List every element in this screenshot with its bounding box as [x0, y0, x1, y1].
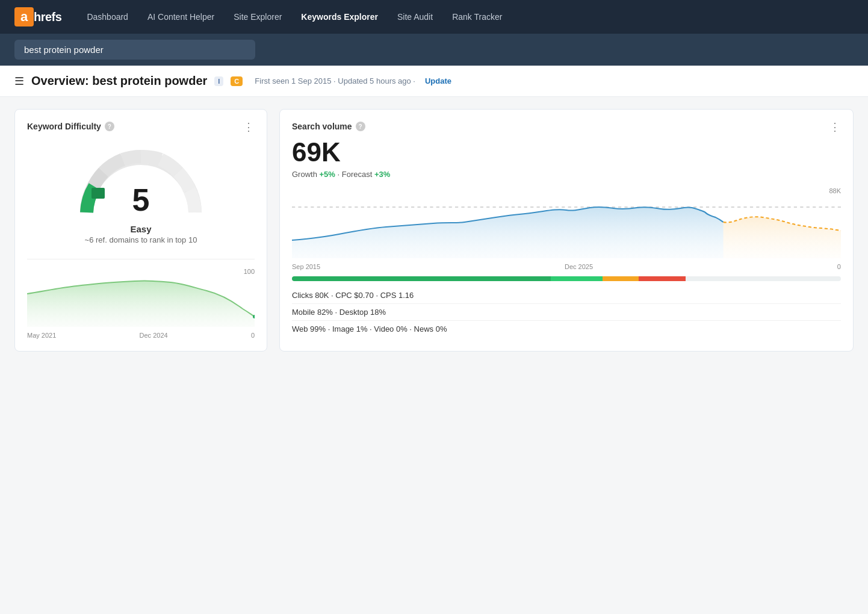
keyword-difficulty-card: Keyword Difficulty ? ⋮ [14, 109, 267, 352]
search-bar [0, 34, 868, 66]
sv-help-icon[interactable]: ? [356, 122, 365, 131]
stats-row: Clicks 80K · CPC $0.70 · CPS 1.16 [292, 287, 841, 303]
kd-gauge-container: 5 Easy ~6 ref. domains to rank in top 10 [27, 137, 255, 254]
page-title: Overview: best protein powder [31, 74, 207, 88]
kd-needle [91, 188, 105, 199]
nav-item-dashboard[interactable]: Dashboard [78, 7, 137, 26]
sv-chart-top-label: 88K [829, 187, 841, 194]
stats-row: Web 99% · Image 1% · Video 0% · News 0% [292, 320, 841, 337]
kd-chart: 100 May 2021 Dec 2024 0 [27, 259, 255, 339]
sv-chart-wrap: 88K [292, 186, 841, 261]
sv-color-bar [292, 276, 841, 281]
sv-forecast-label: Forecast [342, 170, 373, 179]
color-bar-segment [639, 276, 685, 281]
nav-items: DashboardAI Content HelperSite ExplorerK… [78, 7, 510, 26]
kd-more-icon[interactable]: ⋮ [243, 122, 255, 132]
stats-row: Mobile 82% · Desktop 18% [292, 303, 841, 320]
kd-title-text: Keyword Difficulty [27, 122, 101, 131]
nav-item-keywords-explorer[interactable]: Keywords Explorer [293, 7, 386, 26]
page-meta: First seen 1 Sep 2015 · Updated 5 hours … [255, 76, 415, 85]
color-bar-segment [551, 276, 603, 281]
kd-gauge-value: 5 [132, 184, 150, 216]
badge-c: C [231, 76, 243, 86]
page-header: ☰ Overview: best protein powder I C Firs… [0, 66, 868, 97]
kd-chart-date-start: May 2021 [27, 332, 56, 339]
keyword-search-input[interactable] [14, 40, 255, 60]
sv-growth-value: +5% [320, 170, 335, 179]
update-link[interactable]: Update [425, 76, 451, 85]
logo-text: hrefs [34, 10, 61, 24]
sv-number: 69K [292, 137, 841, 167]
sv-growth-row: Growth +5% · Forecast +3% [292, 170, 841, 179]
sv-dot-sep: · [338, 170, 342, 179]
kd-label: Easy [130, 224, 151, 234]
sv-card-header: Search volume ? ⋮ [292, 122, 841, 132]
logo[interactable]: a hrefs [14, 7, 61, 26]
nav-item-site-explorer[interactable]: Site Explorer [225, 7, 290, 26]
sv-chart-date-zero: 0 [837, 263, 841, 270]
sv-chart-date-start: Sep 2015 [292, 263, 320, 270]
sv-chart-svg [292, 186, 841, 258]
sv-title-text: Search volume [292, 122, 352, 131]
kd-chart-svg [27, 267, 255, 327]
kd-number: 5 [132, 184, 150, 216]
sv-chart-date-end: Dec 2025 [565, 263, 593, 270]
nav-item-site-audit[interactable]: Site Audit [389, 7, 441, 26]
kd-chart-date-end: Dec 2024 [140, 332, 168, 339]
color-bar-segment [603, 276, 639, 281]
sv-more-icon[interactable]: ⋮ [829, 122, 841, 132]
sv-forecast-value: +3% [374, 170, 390, 179]
sv-chart-dates: Sep 2015 Dec 2025 0 [292, 263, 841, 270]
top-navigation: a hrefs DashboardAI Content HelperSite E… [0, 0, 868, 34]
kd-help-icon[interactable]: ? [105, 122, 114, 131]
badge-i: I [214, 76, 223, 86]
kd-chart-dates: May 2021 Dec 2024 0 [27, 332, 255, 339]
color-bar-segment [686, 276, 841, 281]
nav-item-ai-content-helper[interactable]: AI Content Helper [139, 7, 223, 26]
kd-gauge: 5 [75, 143, 207, 222]
main-content: Keyword Difficulty ? ⋮ [0, 97, 868, 364]
color-bar-segment [292, 276, 551, 281]
search-volume-card: Search volume ? ⋮ 69K Growth +5% · Forec… [279, 109, 854, 352]
logo-icon: a [14, 7, 34, 26]
menu-icon[interactable]: ☰ [14, 75, 24, 88]
kd-card-title: Keyword Difficulty ? [27, 122, 114, 131]
nav-item-rank-tracker[interactable]: Rank Tracker [444, 7, 510, 26]
sv-stats-rows: Clicks 80K · CPC $0.70 · CPS 1.16Mobile … [292, 287, 841, 337]
kd-sub: ~6 ref. domains to rank in top 10 [85, 235, 197, 244]
kd-chart-date-zero: 0 [251, 332, 255, 339]
kd-chart-top-label: 100 [244, 268, 255, 275]
kd-card-header: Keyword Difficulty ? ⋮ [27, 122, 255, 132]
sv-growth-label: Growth [292, 170, 317, 179]
sv-card-title: Search volume ? [292, 122, 365, 131]
